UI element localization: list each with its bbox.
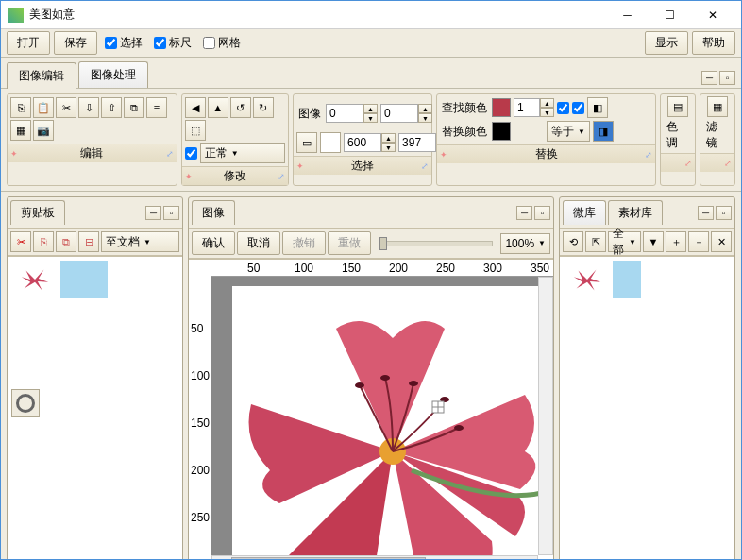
- close-button[interactable]: ✕: [691, 2, 734, 28]
- rect-select-icon[interactable]: ▭: [296, 132, 317, 153]
- cut-icon[interactable]: ✂: [10, 231, 31, 252]
- ribbon-group-select: 图像 ▲▼ ▲▼ ▭ ▲▼ ▲▼ ✦选择⤢: [293, 93, 432, 186]
- paste-icon[interactable]: ⧉: [56, 231, 76, 252]
- grid-checkbox[interactable]: 网格: [203, 35, 241, 51]
- canvas[interactable]: [211, 277, 553, 555]
- grid-icon[interactable]: ▦: [10, 120, 31, 141]
- expand-icon[interactable]: ⤢: [166, 149, 174, 159]
- duplicate-icon[interactable]: ⧉: [124, 97, 144, 118]
- panel-minimize-button[interactable]: ─: [516, 206, 532, 220]
- panel-close-button[interactable]: ▫: [716, 206, 732, 220]
- panel-minimize-button[interactable]: ─: [145, 206, 161, 220]
- ribbon-close-button[interactable]: ▫: [719, 71, 735, 85]
- sort-icon[interactable]: ▼: [643, 231, 664, 252]
- ruler-checkbox[interactable]: 标尺: [154, 35, 192, 51]
- apply-replace-icon[interactable]: ◨: [593, 121, 614, 142]
- save-button[interactable]: 保存: [54, 31, 97, 55]
- operator-select[interactable]: 等于▼: [547, 121, 590, 142]
- panel-minimize-button[interactable]: ─: [698, 206, 714, 220]
- copy-icon[interactable]: ⎘: [10, 97, 31, 118]
- tab-image-process[interactable]: 图像处理: [78, 61, 148, 88]
- clear-icon[interactable]: ⊟: [78, 231, 99, 252]
- vertical-scrollbar[interactable]: [538, 277, 553, 555]
- display-button[interactable]: 显示: [645, 31, 688, 55]
- tone-label: 色调: [666, 119, 689, 151]
- expand-icon[interactable]: ⤢: [724, 159, 732, 168]
- rotate-cw-icon[interactable]: ↻: [253, 97, 274, 118]
- material-library-tab[interactable]: 素材库: [608, 200, 663, 225]
- expand-icon[interactable]: ⤢: [645, 150, 652, 160]
- clipboard-tab[interactable]: 剪贴板: [10, 200, 65, 225]
- w-spinner[interactable]: ▲▼: [344, 133, 396, 152]
- import-icon[interactable]: ⇩: [78, 97, 99, 118]
- micro-library-tab[interactable]: 微库: [563, 200, 606, 225]
- maximize-button[interactable]: ☐: [649, 2, 691, 28]
- rotate-ccw-icon[interactable]: ↺: [230, 97, 251, 118]
- mode-select[interactable]: 正常▼: [200, 143, 285, 163]
- group-label: 选择: [351, 158, 374, 174]
- titlebar: 美图如意 ─ ☐ ✕: [1, 1, 741, 29]
- zoom-select[interactable]: 100%▼: [500, 233, 550, 254]
- image-content[interactable]: [232, 286, 553, 555]
- replace-opt1-checkbox[interactable]: [557, 102, 569, 114]
- todoc-select[interactable]: 至文档▼: [101, 231, 179, 252]
- flip-v-icon[interactable]: ▲: [208, 97, 228, 118]
- undo-button[interactable]: 撤销: [282, 231, 326, 255]
- help-button[interactable]: 帮助: [692, 31, 735, 55]
- group-label: 编辑: [80, 145, 103, 161]
- library-thumb-selected[interactable]: [613, 261, 641, 298]
- app-logo-icon: [8, 8, 24, 23]
- svg-point-4: [409, 381, 418, 386]
- paste-icon[interactable]: 📋: [33, 97, 54, 118]
- library-thumb[interactable]: [564, 261, 611, 298]
- flip-h-icon[interactable]: ◀: [185, 97, 206, 118]
- confirm-button[interactable]: 确认: [192, 231, 235, 255]
- slider-thumb[interactable]: [379, 237, 387, 250]
- crop-icon[interactable]: ⬚: [185, 120, 206, 141]
- expand-icon[interactable]: ⤢: [421, 161, 429, 171]
- window-title: 美图如意: [29, 7, 606, 23]
- ribbon: ⎘ 📋 ✂ ⇩ ⇧ ⧉ ≡ ▦ 📷 ✦编辑⤢ ◀ ▲ ↺ ↻ ⬚ 正常▼ ✦修改…: [1, 89, 741, 192]
- free-select-icon[interactable]: [320, 132, 341, 153]
- camera-icon[interactable]: 📷: [33, 120, 54, 141]
- shape-tool[interactable]: [11, 389, 40, 417]
- tolerance-spinner[interactable]: ▲▼: [514, 98, 554, 117]
- import-icon[interactable]: ⟲: [563, 231, 583, 252]
- y-spinner[interactable]: ▲▼: [380, 104, 432, 123]
- list-icon[interactable]: ≡: [146, 97, 167, 118]
- copy-icon[interactable]: ⎘: [33, 231, 54, 252]
- panel-close-button[interactable]: ▫: [163, 206, 179, 220]
- select-checkbox[interactable]: 选择: [105, 35, 143, 51]
- delete-button[interactable]: ✕: [711, 231, 732, 252]
- open-button[interactable]: 打开: [7, 31, 50, 55]
- swatch1-icon[interactable]: ◧: [587, 97, 608, 118]
- category-select[interactable]: 全部▼: [608, 231, 641, 252]
- expand-icon[interactable]: ⤢: [278, 172, 285, 181]
- zoom-slider[interactable]: [379, 241, 493, 246]
- export-icon[interactable]: ⇱: [585, 231, 606, 252]
- find-color-swatch[interactable]: [492, 98, 511, 117]
- mode-checkbox[interactable]: [185, 147, 197, 160]
- add-button[interactable]: ＋: [666, 231, 686, 252]
- remove-button[interactable]: －: [688, 231, 709, 252]
- cut-icon[interactable]: ✂: [56, 97, 76, 118]
- find-color-label: 查找颜色: [440, 100, 489, 116]
- tone-icon[interactable]: ▤: [667, 96, 688, 117]
- filter-label: 滤镜: [706, 119, 729, 151]
- replace-opt2-checkbox[interactable]: [572, 102, 584, 114]
- ribbon-minimize-button[interactable]: ─: [701, 71, 717, 85]
- x-spinner[interactable]: ▲▼: [326, 104, 378, 123]
- replace-color-swatch[interactable]: [492, 122, 511, 141]
- clipboard-thumb[interactable]: [11, 261, 59, 298]
- filter-icon[interactable]: ▦: [707, 96, 728, 117]
- panel-close-button[interactable]: ▫: [534, 206, 550, 220]
- tab-image-edit[interactable]: 图像编辑: [7, 62, 76, 89]
- export-icon[interactable]: ⇧: [101, 97, 122, 118]
- image-tab[interactable]: 图像: [192, 200, 235, 225]
- minimize-button[interactable]: ─: [606, 2, 649, 28]
- redo-button[interactable]: 重做: [328, 231, 371, 255]
- clipboard-thumb-selected[interactable]: [60, 261, 108, 298]
- expand-icon[interactable]: ⤢: [684, 159, 692, 168]
- cancel-button[interactable]: 取消: [237, 231, 280, 255]
- horizontal-scrollbar[interactable]: [211, 555, 538, 560]
